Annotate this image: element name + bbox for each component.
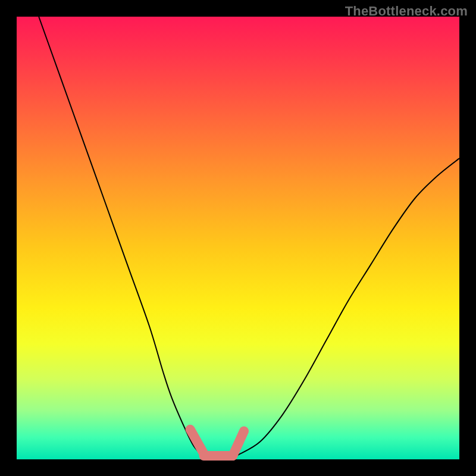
watermark-text: TheBottleneck.com xyxy=(345,4,468,19)
curve-layer xyxy=(17,17,459,459)
plot-area xyxy=(17,17,459,459)
chart-frame: TheBottleneck.com xyxy=(0,0,476,476)
bottleneck-curve xyxy=(39,17,459,460)
